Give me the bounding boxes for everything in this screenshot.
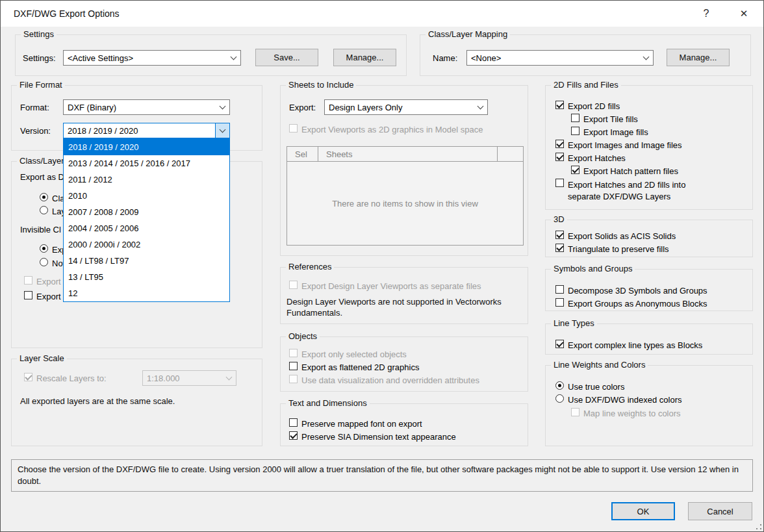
checkbox-icon — [289, 349, 298, 357]
settings-combo-value: <Active Settings> — [68, 53, 226, 63]
radio-not-export-invisible[interactable]: Not — [40, 258, 65, 268]
checkbox-export-hatches[interactable]: Export Hatches — [555, 153, 626, 163]
checkbox-export-hatch-pattern-files[interactable]: Export Hatch pattern files — [571, 166, 678, 176]
radio-classes[interactable]: Cla — [40, 193, 65, 203]
group-3d-title: 3D — [551, 214, 567, 224]
column-header-spacer — [497, 147, 523, 161]
radio-icon — [40, 258, 48, 266]
group-sheets-title: Sheets to Include — [286, 80, 356, 90]
radio-icon — [555, 394, 564, 403]
checkbox-icon — [555, 244, 564, 252]
version-dropdown-list: 2018 / 2019 / 2020 2013 / 2014 / 2015 / … — [63, 138, 230, 302]
group-line-types-title: Line Types — [551, 318, 597, 328]
radio-icon — [40, 193, 48, 201]
version-option[interactable]: 2004 / 2005 / 2006 — [64, 220, 229, 236]
version-option[interactable]: 2010 — [64, 188, 229, 204]
group-line-weights-colors: Line Weights and Colors — [545, 365, 753, 446]
chevron-down-icon — [473, 100, 487, 114]
sheets-table-header: Sel Sheets — [287, 147, 523, 162]
titlebar: DXF/DWG Export Options — [1, 1, 763, 27]
checkbox-icon — [289, 281, 298, 289]
dialog-title: DXF/DWG Export Options — [14, 8, 120, 19]
checkbox-icon — [555, 101, 564, 109]
checkbox-triangulate-preserve-fills[interactable]: Triangulate to preserve fills — [555, 244, 669, 254]
radio-use-indexed-colors[interactable]: Use DXF/DWG indexed colors — [555, 394, 682, 405]
checkbox-icon — [555, 285, 564, 294]
checkbox-use-data-visualization: Use data visualization and overridden at… — [289, 375, 479, 385]
mapping-name-combo-value: <None> — [471, 53, 639, 63]
checkbox-export-flattened-2d[interactable]: Export as flattened 2D graphics — [289, 362, 419, 372]
save-button[interactable]: Save... — [255, 49, 318, 66]
group-objects-title: Objects — [286, 331, 320, 341]
checkbox-rescale-layers: Rescale Layers to: — [24, 373, 107, 383]
version-option[interactable]: 13 / LT95 — [64, 269, 229, 285]
checkbox-decompose-3d-symbols[interactable]: Decompose 3D Symbols and Groups — [555, 285, 707, 296]
checkbox-icon — [571, 166, 579, 174]
checkbox-icon — [24, 291, 32, 299]
checkbox-export-complex-line-types[interactable]: Export complex line types as Blocks — [555, 340, 702, 350]
help-icon[interactable]: ? — [692, 1, 720, 27]
group-2d-fills-title: 2D Fills and Files — [551, 80, 621, 90]
checkbox-icon — [555, 140, 564, 148]
checkbox-icon — [289, 375, 298, 383]
checkbox-export-image-fills[interactable]: Export Image fills — [571, 127, 648, 137]
checkbox-export-dlvp-separate-files: Export Design Layer Viewports as separat… — [289, 281, 481, 291]
group-class-layer-mapping-title: Class/Layer Mapping — [426, 29, 510, 39]
version-option[interactable]: 2011 / 2012 — [64, 171, 229, 188]
mapping-name-label: Name: — [433, 53, 457, 64]
sheets-table: Sel Sheets There are no items to show in… — [286, 146, 524, 246]
radio-icon — [555, 381, 564, 390]
checkbox-export-l[interactable]: Export L — [24, 291, 68, 301]
checkbox-icon — [571, 114, 579, 122]
radio-use-true-colors[interactable]: Use true colors — [555, 381, 624, 392]
version-option[interactable]: 12 — [64, 285, 229, 301]
group-text-dimensions-title: Text and Dimensions — [286, 398, 370, 408]
invisible-classes-label: Invisible Cl — [20, 224, 61, 236]
version-option[interactable]: 14 / LT98 / LT97 — [64, 253, 229, 269]
radio-icon — [40, 206, 48, 214]
close-icon[interactable]: ✕ — [730, 1, 758, 27]
radio-icon — [40, 244, 48, 253]
chevron-down-icon — [226, 51, 240, 65]
version-combo[interactable]: 2018 / 2019 / 2020 — [63, 123, 230, 138]
group-symbols-groups-title: Symbols and Groups — [551, 264, 635, 273]
version-label: Version: — [20, 125, 51, 137]
version-option[interactable]: 2007 / 2008 / 2009 — [64, 204, 229, 220]
ok-button[interactable]: OK — [611, 502, 675, 520]
checkbox-icon — [24, 373, 32, 381]
checkbox-preserve-mapped-font[interactable]: Preserve mapped font on export — [289, 418, 422, 429]
manage-settings-button[interactable]: Manage... — [333, 49, 396, 66]
version-option[interactable]: 2018 / 2019 / 2020 — [64, 139, 229, 155]
resize-grip-icon[interactable] — [756, 524, 762, 530]
checkbox-icon — [289, 431, 298, 440]
settings-label: Settings: — [23, 53, 56, 64]
format-combo[interactable]: DXF (Binary) — [63, 99, 230, 115]
checkbox-export-images-files[interactable]: Export Images and Image files — [555, 140, 682, 150]
export-as-label: Export as D — [20, 171, 64, 183]
column-header-sheets: Sheets — [318, 149, 497, 159]
format-combo-value: DXF (Binary) — [68, 103, 215, 112]
settings-combo[interactable]: <Active Settings> — [63, 50, 241, 66]
checkbox-icon — [555, 153, 564, 161]
checkbox-export-tile-fills[interactable]: Export Tile fills — [571, 114, 638, 124]
sheets-export-label: Export: — [289, 102, 316, 114]
cancel-button[interactable]: Cancel — [688, 502, 752, 520]
help-text: Choose the version of the DXF/DWG file t… — [11, 459, 753, 492]
checkbox-export-groups-anonymous[interactable]: Export Groups as Anonymous Blocks — [555, 298, 707, 309]
checkbox-export-solids-acis[interactable]: Export Solids as ACIS Solids — [555, 231, 676, 241]
checkbox-export-hatches-separate-layers[interactable]: Export Hatches and 2D fills into separat… — [555, 179, 709, 203]
group-file-format-title: File Format — [17, 80, 65, 90]
manage-mapping-button[interactable]: Manage... — [667, 49, 730, 66]
sheets-export-combo-value: Design Layers Only — [329, 103, 473, 112]
checkbox-export-s: Export s — [24, 276, 68, 286]
radio-layers[interactable]: Lay — [40, 206, 66, 216]
sheets-export-combo[interactable]: Design Layers Only — [324, 99, 488, 115]
group-settings-title: Settings — [21, 29, 57, 39]
checkbox-icon — [24, 276, 32, 285]
checkbox-preserve-sia-dimension[interactable]: Preserve SIA Dimension text appearance — [289, 431, 456, 442]
version-option[interactable]: 2013 / 2014 / 2015 / 2016 / 2017 — [64, 155, 229, 171]
version-option[interactable]: 2000 / 2000i / 2002 — [64, 236, 229, 253]
checkbox-export-2d-fills[interactable]: Export 2D fills — [555, 101, 620, 111]
mapping-name-combo[interactable]: <None> — [466, 50, 654, 66]
chevron-down-icon — [222, 371, 236, 385]
